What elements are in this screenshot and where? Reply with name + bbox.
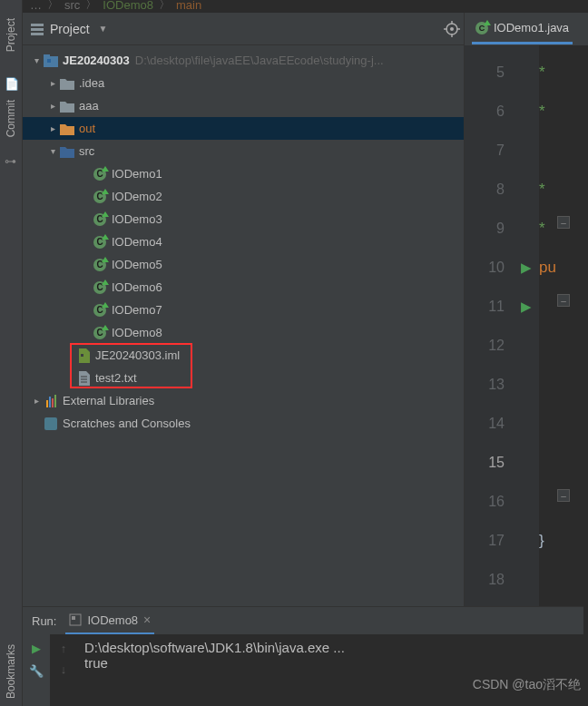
run-toolbar: ▶ 🔧	[23, 634, 50, 706]
class-icon: C	[93, 327, 106, 339]
tree-class[interactable]: CIODemo1	[23, 162, 464, 185]
run-gutter-icon[interactable]: ▶	[514, 287, 539, 326]
module-icon	[44, 54, 58, 67]
wrench-icon[interactable]: 🔧	[29, 664, 44, 678]
run-config-icon	[69, 613, 82, 626]
file-icon: 📄	[5, 77, 19, 91]
svg-rect-17	[47, 59, 51, 63]
iml-file-icon	[77, 348, 90, 363]
project-icon	[30, 22, 44, 36]
run-gutter-icon[interactable]: ▶	[514, 248, 539, 287]
class-icon: C	[93, 304, 106, 317]
breadcrumb: …〉src〉 IODemo8〉 main	[23, 0, 209, 9]
chevron-down-icon: ▼	[99, 24, 108, 34]
gutter-icons: ▶ ▶	[514, 45, 539, 606]
tree-folder-aaa[interactable]: ▸ aaa	[23, 94, 464, 117]
svg-rect-1	[31, 28, 44, 31]
class-icon: C	[93, 281, 106, 294]
tree-ext-libraries[interactable]: ▸ External Libraries	[23, 389, 464, 412]
editor-tab-active[interactable]: C IODemo1.java	[472, 14, 573, 44]
fold-mark-icon[interactable]: –	[557, 294, 570, 307]
arrow-down-icon[interactable]: ↓	[61, 662, 67, 676]
tree-scratches[interactable]: Scratches and Consoles	[23, 412, 464, 435]
run-console[interactable]: D:\desktop\software\JDK1.8\bin\java.exe …	[77, 634, 583, 706]
editor-gutter: 56789101112131415161718	[465, 45, 514, 606]
svg-rect-16	[44, 54, 50, 58]
scratches-icon	[44, 417, 57, 430]
tree-class[interactable]: CIODemo3	[23, 208, 464, 230]
svg-rect-0	[31, 24, 44, 26]
tree-folder-idea[interactable]: ▸ .idea	[23, 72, 464, 94]
rail-commit[interactable]: Commit	[5, 100, 17, 137]
class-icon: C	[93, 236, 106, 249]
code-editor[interactable]: 56789101112131415161718 ▶ ▶ * * * * pu }…	[464, 45, 588, 606]
close-icon[interactable]: ×	[143, 613, 151, 627]
class-icon: C	[93, 213, 106, 226]
rail-project[interactable]: Project	[5, 18, 17, 52]
class-icon: C	[93, 168, 106, 181]
arrow-up-icon[interactable]: ↑	[61, 642, 67, 655]
run-tab[interactable]: IODemo8 ×	[65, 607, 154, 634]
libraries-icon	[46, 395, 56, 407]
text-file-icon	[77, 371, 90, 386]
watermark: CSDN @tao滔不绝	[473, 677, 581, 693]
src-folder-icon	[60, 145, 74, 158]
class-icon: C	[93, 191, 106, 203]
rail-bookmarks[interactable]: Bookmarks	[5, 644, 17, 699]
folder-icon	[60, 123, 74, 135]
expand-arrow-icon: ▾	[30, 55, 43, 65]
tree-folder-out[interactable]: ▸ out	[23, 117, 464, 140]
target-icon[interactable]	[444, 21, 460, 37]
fold-mark-icon[interactable]: –	[557, 216, 570, 229]
tree-file-test2[interactable]: test2.txt	[23, 367, 464, 389]
run-title: Run:	[32, 614, 56, 628]
tree-root[interactable]: ▾ JE20240303 D:\desktop\file\javaEE\Java…	[23, 49, 464, 72]
project-tree: ▾ JE20240303 D:\desktop\file\javaEE\Java…	[23, 45, 464, 606]
fold-mark-icon[interactable]: –	[557, 489, 570, 502]
tree-folder-src[interactable]: ▾ src	[23, 140, 464, 162]
folder-icon	[60, 77, 74, 90]
commit-icon: ⊶	[5, 154, 16, 168]
class-icon: C	[93, 259, 106, 271]
tree-class[interactable]: CIODemo5	[23, 253, 464, 276]
code-area[interactable]: * * * * pu }	[539, 45, 588, 606]
editor-tabs: C IODemo1.java	[464, 13, 588, 45]
tree-class[interactable]: CIODemo6	[23, 276, 464, 299]
svg-rect-23	[72, 616, 75, 620]
svg-point-4	[450, 27, 454, 31]
tree-class[interactable]: CIODemo2	[23, 185, 464, 208]
tree-class[interactable]: CIODemo7	[23, 299, 464, 321]
run-play-icon[interactable]: ▶	[32, 642, 41, 655]
tree-file-iml[interactable]: JE20240303.iml	[23, 344, 464, 367]
svg-rect-2	[31, 33, 44, 35]
svg-rect-18	[81, 354, 83, 357]
folder-icon	[60, 100, 74, 113]
project-view-selector[interactable]: Project ▼	[30, 22, 107, 36]
tree-class[interactable]: CIODemo4	[23, 230, 464, 253]
collapse-arrow-icon: ▸	[46, 78, 59, 88]
class-icon: C	[475, 22, 488, 34]
tree-class[interactable]: CIODemo8	[23, 321, 464, 344]
